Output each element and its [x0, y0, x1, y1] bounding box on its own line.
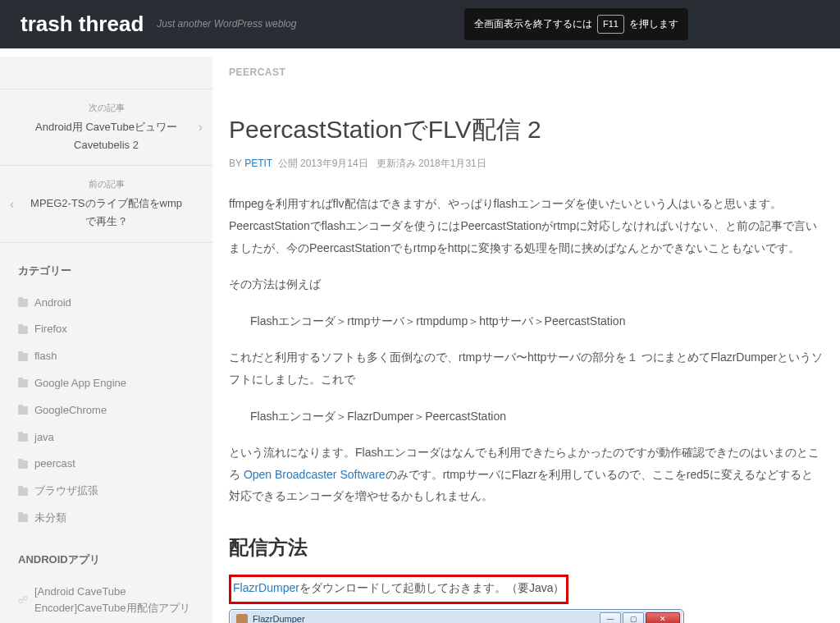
obs-link[interactable]: Open Broadcaster Software: [244, 468, 386, 481]
section-heading: 配信方法: [229, 532, 824, 563]
flazrdumper-window: FlazrDumper — ▢ ✕ Flazr Flazr <http://fl…: [229, 609, 684, 623]
highlight-annotation: FlazrDumperをダウンロードして起動しておきます。（要Java）: [229, 575, 568, 604]
category-label: flash: [34, 348, 57, 365]
window-titlebar: FlazrDumper — ▢ ✕: [230, 610, 683, 623]
close-button[interactable]: ✕: [646, 612, 680, 623]
window-title: FlazrDumper: [253, 612, 305, 623]
next-post-title: Android用 CaveTubeビュワー Cavetubelis 2: [35, 121, 177, 151]
chevron-right-icon: ›: [199, 117, 203, 138]
category-label: 未分類: [34, 510, 66, 527]
folder-icon: [18, 514, 28, 522]
category-label: GoogleChrome: [34, 402, 107, 419]
paragraph-indent: Flashエンコーダ＞FlazrDumper＞PeercastStation: [229, 405, 824, 428]
categories-list: Android Firefox flash Google App Engine …: [18, 290, 194, 532]
f11-key: F11: [597, 15, 624, 34]
category-label: Google App Engine: [34, 375, 126, 392]
paragraph: これだと利用するソフトも多く面倒なので、rtmpサーバ〜httpサーバの部分を１…: [229, 346, 824, 390]
site-title-link[interactable]: trash thread: [21, 11, 144, 36]
category-item[interactable]: ブラウザ拡張: [18, 478, 194, 505]
folder-icon: [18, 299, 28, 307]
paragraph-indent: Flashエンコーダ＞rtmpサーバ＞rtmpdump＞httpサーバ＞Peer…: [229, 310, 824, 332]
folder-icon: [18, 433, 28, 442]
category-item[interactable]: 未分類: [18, 505, 194, 532]
site-header: trash thread Just another WordPress webl…: [0, 0, 840, 48]
external-link-icon: [18, 592, 28, 609]
meta-upd-date: 2018年1月31日: [418, 158, 486, 169]
paragraph: という流れになります。Flashエンコーダはなんでも利用できたらよかったのですが…: [229, 442, 824, 507]
folder-icon: [18, 353, 28, 361]
paragraph: ffmpegを利用すればflv配信はできますが、やっぱりflashエンコーダを使…: [229, 193, 824, 259]
text-run: をダウンロードして起動しておきます。（要Java）: [299, 581, 565, 594]
site-title: trash thread: [21, 7, 144, 42]
android-apps-heading: ANDROIDアプリ: [18, 552, 194, 569]
sidebar: 次の記事 Android用 CaveTubeビュワー Cavetubelis 2…: [0, 57, 212, 623]
category-item[interactable]: java: [18, 424, 194, 451]
category-label: peercast: [34, 456, 75, 473]
prev-post-title: MPEG2-TSのライブ配信をwmpで再生？: [30, 197, 182, 227]
breadcrumb[interactable]: PEERCAST: [229, 65, 824, 80]
next-post-card[interactable]: 次の記事 Android用 CaveTubeビュワー Cavetubelis 2…: [0, 89, 212, 166]
category-item[interactable]: Android: [18, 290, 194, 317]
category-item[interactable]: peercast: [18, 451, 194, 478]
category-label: ブラウザ拡張: [34, 483, 98, 500]
app-link-label: [Android CaveTube Encoder]CaveTube用配信アプリ: [34, 584, 194, 618]
meta-by: BY: [229, 158, 242, 169]
meta-upd-label: 更新済み: [377, 158, 416, 169]
fullscreen-text-after: を押します: [629, 16, 678, 32]
folder-icon: [18, 379, 28, 387]
folder-icon: [18, 460, 28, 469]
maximize-button[interactable]: ▢: [623, 612, 644, 623]
next-post-label: 次の記事: [30, 101, 183, 116]
category-item[interactable]: Google App Engine: [18, 370, 194, 397]
app-link-item[interactable]: [Android CaveTube Encoder]CaveTube用配信アプリ: [18, 579, 194, 623]
category-label: java: [34, 429, 54, 447]
category-item[interactable]: GoogleChrome: [18, 397, 194, 424]
prev-post-label: 前の記事: [30, 177, 183, 192]
paragraph: その方法は例えば: [229, 273, 824, 295]
flazrdumper-link[interactable]: FlazrDumper: [233, 581, 299, 594]
site-tagline: Just another WordPress weblog: [157, 16, 296, 32]
folder-icon: [18, 326, 28, 334]
category-item[interactable]: flash: [18, 343, 194, 370]
post-meta: BY PETIT 公開 2013年9月14日 更新済み 2018年1月31日: [229, 156, 824, 172]
meta-pub-date: 2013年9月14日: [300, 158, 368, 169]
app-icon: [236, 614, 248, 623]
chevron-left-icon: ‹: [10, 194, 14, 215]
main-content: PEERCAST PeercastStationでFLV配信 2 BY PETI…: [212, 48, 840, 623]
post-title: PeercastStationでFLV配信 2: [229, 110, 824, 149]
minimize-button[interactable]: —: [600, 612, 621, 623]
paragraph: FlazrDumperをダウンロードして起動しておきます。（要Java）: [233, 577, 564, 599]
folder-icon: [18, 406, 28, 415]
category-item[interactable]: Firefox: [18, 316, 194, 343]
android-apps-section: ANDROIDアプリ [Android CaveTube Encoder]Cav…: [0, 532, 212, 623]
fullscreen-exit-banner: 全画面表示を終了するには F11 を押します: [464, 8, 688, 41]
category-label: Firefox: [34, 321, 67, 338]
folder-icon: [18, 488, 28, 496]
fullscreen-text-before: 全画面表示を終了するには: [474, 16, 592, 32]
categories-section: カテゴリー Android Firefox flash Google App E…: [0, 243, 212, 532]
prev-post-card[interactable]: 前の記事 MPEG2-TSのライブ配信をwmpで再生？ ‹: [0, 165, 212, 242]
categories-heading: カテゴリー: [18, 263, 194, 280]
window-buttons: — ▢ ✕: [600, 612, 680, 623]
meta-author-link[interactable]: PETIT: [244, 158, 272, 169]
android-apps-list: [Android CaveTube Encoder]CaveTube用配信アプリ…: [18, 579, 194, 623]
category-label: Android: [34, 295, 71, 312]
post-body: ffmpegを利用すればflv配信はできますが、やっぱりflashエンコーダを使…: [229, 193, 824, 623]
meta-pub-label: 公開: [278, 158, 298, 169]
